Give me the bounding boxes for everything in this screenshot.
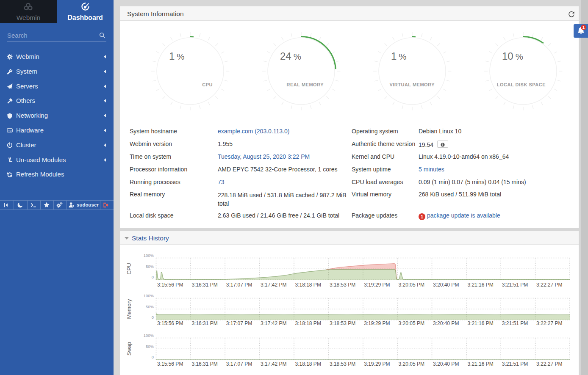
svg-text:100%: 100%	[144, 253, 154, 258]
svg-text:3:15:56 PM: 3:15:56 PM	[157, 320, 183, 326]
svg-text:3:21:51 PM: 3:21:51 PM	[502, 282, 528, 288]
svg-text:50%: 50%	[146, 264, 154, 269]
svg-text:3:17:07 PM: 3:17:07 PM	[226, 282, 252, 288]
svg-text:0: 0	[152, 315, 154, 320]
svg-text:100%: 100%	[144, 293, 154, 298]
svg-text:3:17:42 PM: 3:17:42 PM	[261, 282, 286, 288]
svg-text:3:16:31 PM: 3:16:31 PM	[191, 361, 217, 367]
svg-text:3:20:05 PM: 3:20:05 PM	[399, 320, 424, 326]
svg-text:3:16:31 PM: 3:16:31 PM	[191, 282, 217, 288]
svg-text:3:18:18 PM: 3:18:18 PM	[295, 282, 321, 288]
svg-text:CPU: CPU	[126, 263, 132, 274]
svg-text:3:15:56 PM: 3:15:56 PM	[157, 282, 183, 288]
svg-text:3:18:18 PM: 3:18:18 PM	[295, 320, 321, 326]
svg-text:3:17:07 PM: 3:17:07 PM	[226, 320, 252, 326]
svg-text:3:19:29 PM: 3:19:29 PM	[364, 282, 390, 288]
svg-text:3:17:42 PM: 3:17:42 PM	[261, 320, 286, 326]
svg-text:3:20:40 PM: 3:20:40 PM	[433, 320, 459, 326]
svg-text:3:21:51 PM: 3:21:51 PM	[502, 361, 528, 367]
svg-text:3:18:53 PM: 3:18:53 PM	[330, 320, 355, 326]
svg-text:Swap: Swap	[126, 342, 132, 356]
svg-text:100%: 100%	[144, 333, 154, 338]
svg-text:3:21:16 PM: 3:21:16 PM	[467, 282, 493, 288]
svg-text:50%: 50%	[146, 344, 154, 349]
svg-text:3:17:07 PM: 3:17:07 PM	[226, 361, 252, 367]
svg-text:0: 0	[152, 355, 154, 359]
svg-text:3:20:05 PM: 3:20:05 PM	[399, 361, 424, 367]
svg-text:3:19:29 PM: 3:19:29 PM	[364, 320, 390, 326]
svg-text:3:18:53 PM: 3:18:53 PM	[330, 361, 355, 367]
svg-text:3:21:51 PM: 3:21:51 PM	[502, 320, 528, 326]
svg-text:3:17:42 PM: 3:17:42 PM	[261, 361, 286, 367]
svg-text:3:21:16 PM: 3:21:16 PM	[467, 361, 493, 367]
svg-text:3:20:40 PM: 3:20:40 PM	[433, 361, 459, 367]
svg-text:3:22:27 PM: 3:22:27 PM	[536, 320, 562, 326]
svg-text:3:21:16 PM: 3:21:16 PM	[467, 320, 493, 326]
svg-text:3:15:56 PM: 3:15:56 PM	[157, 361, 183, 367]
svg-text:0: 0	[152, 275, 154, 279]
svg-text:3:18:18 PM: 3:18:18 PM	[295, 361, 321, 367]
svg-text:3:20:05 PM: 3:20:05 PM	[399, 282, 424, 288]
svg-text:50%: 50%	[146, 304, 154, 309]
svg-text:3:19:29 PM: 3:19:29 PM	[364, 361, 390, 367]
svg-text:3:18:53 PM: 3:18:53 PM	[330, 282, 355, 288]
svg-text:Memory: Memory	[126, 299, 132, 319]
svg-text:3:22:27 PM: 3:22:27 PM	[536, 282, 562, 288]
svg-text:3:16:31 PM: 3:16:31 PM	[191, 320, 217, 326]
svg-text:3:20:40 PM: 3:20:40 PM	[433, 282, 459, 288]
svg-text:3:22:27 PM: 3:22:27 PM	[536, 361, 562, 367]
